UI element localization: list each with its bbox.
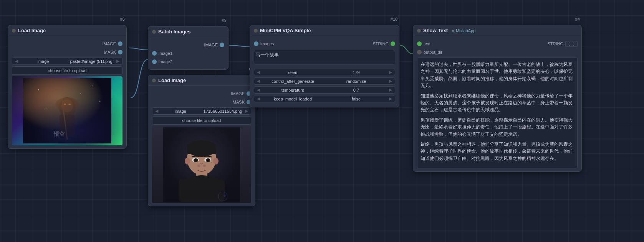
seed-value: 179 xyxy=(324,70,388,75)
port-image-label-2: IMAGE xyxy=(231,91,245,96)
svg-rect-19 xyxy=(179,179,225,202)
node-id-10: #10 xyxy=(391,17,397,21)
arrow-right-2[interactable]: ▶ xyxy=(244,109,249,114)
image-preview-1: 悟空 xyxy=(12,76,123,145)
temperature-row[interactable]: ◀ temperature 0.7 ▶ xyxy=(254,86,395,94)
port-image-output-2: IMAGE xyxy=(152,90,251,97)
port-mask-output: MASK xyxy=(12,48,123,56)
image-filename-input-2[interactable]: ◀ image 1715665011534.png ▶ xyxy=(152,107,251,115)
temp-arrow-left[interactable]: ◀ xyxy=(256,87,261,92)
port-images-label: images xyxy=(260,41,274,46)
mixlab-badge: ∞ MixlabApp xyxy=(452,28,475,33)
node-title-load-image-2: Load Image xyxy=(158,77,186,83)
svg-point-34 xyxy=(223,194,226,197)
cag-arrow-right[interactable]: ▶ xyxy=(388,79,393,84)
filename-text-1: pasted/image (51).png xyxy=(67,59,115,64)
port-images-minicpm: images STRING xyxy=(254,40,395,48)
minicpm-textarea[interactable]: 写一个故事 xyxy=(254,50,395,64)
node-id-4: #4 xyxy=(575,17,580,21)
port-image-output: IMAGE xyxy=(12,40,123,48)
port-image2-connector xyxy=(152,59,157,64)
control-after-generate-row[interactable]: ◀ control_after_generate randomize ▶ xyxy=(254,77,395,85)
node-dot-show-text xyxy=(417,29,421,33)
node-header-load-image-2: #8 Load Image xyxy=(148,75,255,86)
port-string-out-label: STRING xyxy=(547,41,563,46)
svg-rect-0 xyxy=(23,78,111,143)
seed-row[interactable]: ◀ seed 179 ▶ xyxy=(254,69,395,76)
svg-point-6 xyxy=(61,99,73,112)
node-minicpm: #10 MiniCPM VQA Simple images STRING 写一个… xyxy=(250,25,399,107)
cag-arrow-left[interactable]: ◀ xyxy=(256,79,261,84)
port-output-dir-label: output_dir xyxy=(424,50,442,54)
svg-point-13 xyxy=(99,101,101,102)
image-filename-input-1[interactable]: ◀ image pasted/image (51).png ▶ xyxy=(12,58,123,65)
filename-label-2: image xyxy=(159,109,202,114)
node-body-load-image-1: IMAGE MASK ◀ image pasted/image (51).png… xyxy=(8,36,126,148)
svg-point-14 xyxy=(80,93,81,94)
svg-point-2 xyxy=(59,97,76,117)
kml-arrow-left[interactable]: ◀ xyxy=(256,96,261,101)
arrow-left-2[interactable]: ◀ xyxy=(154,109,159,114)
node-body-load-image-2: IMAGE MASK ◀ image 1715665011534.png ▶ c… xyxy=(148,86,255,206)
port-text-show: text STRING ⋮⋮ xyxy=(417,40,578,48)
node-title-load-image-1: Load Image xyxy=(18,28,46,33)
svg-point-7 xyxy=(64,104,66,105)
port-image1-input: image1 xyxy=(152,49,224,57)
node-dot-batch xyxy=(152,30,156,34)
svg-point-32 xyxy=(203,165,206,167)
person-image xyxy=(152,126,251,203)
image-preview-2 xyxy=(152,126,251,203)
warrior-image: 悟空 xyxy=(12,76,123,145)
node-header-batch: #9 Batch Images xyxy=(148,26,228,37)
port-image-connector xyxy=(118,41,123,46)
node-load-image-1: #6 Load Image IMAGE MASK xyxy=(8,25,127,149)
text-para-2: 知道他必须找到继承者来继续他的使命，风泰之神将他的力量传给了一个年轻的、无名的男… xyxy=(421,92,574,114)
seed-arrow-right[interactable]: ▶ xyxy=(388,70,393,75)
node-body-minicpm: images STRING 写一个故事 ◀ seed 179 ▶ ◀ contr… xyxy=(250,36,399,107)
cag-value: randomize xyxy=(324,79,388,84)
node-header-show-text: #4 Show Text ∞ MixlabApp xyxy=(413,25,581,36)
filename-text-2: 1715665011534.png xyxy=(202,109,244,114)
filename-value-1: image xyxy=(19,59,67,64)
port-string-connector xyxy=(391,41,395,46)
cag-label: control_after_generate xyxy=(261,79,324,84)
port-output-dir-connector xyxy=(417,50,422,54)
seed-label: seed xyxy=(261,70,324,75)
string-badge: ⋮⋮ xyxy=(565,41,578,47)
temp-label: temperature xyxy=(261,88,324,92)
node-body-show-text: text STRING ⋮⋮ output_dir 在遥远的过去，世界被一股黑暗… xyxy=(413,36,581,171)
svg-rect-3 xyxy=(60,115,75,136)
port-mask-output-2: MASK xyxy=(152,98,251,106)
port-output-dir-show: output_dir xyxy=(417,48,578,56)
show-text-content: 在遥远的过去，世界被一股黑暗力量所支配。一位古老的战士，被称为风泰之神，因其无与… xyxy=(417,58,578,168)
node-dot-2 xyxy=(152,79,156,82)
kml-arrow-right[interactable]: ▶ xyxy=(388,96,393,101)
node-id-6: #6 xyxy=(120,17,125,21)
node-title-minicpm: MiniCPM VQA Simple xyxy=(260,28,311,33)
node-load-image-2: #8 Load Image IMAGE MASK xyxy=(148,75,255,206)
node-dot xyxy=(12,29,16,33)
node-body-batch: IMAGE image1 image2 xyxy=(148,37,228,69)
keep-model-loaded-row[interactable]: ◀ keep_model_loaded false ▶ xyxy=(254,95,395,102)
node-show-text: #4 Show Text ∞ MixlabApp text STRING ⋮⋮ xyxy=(413,25,582,172)
seed-arrow-left[interactable]: ◀ xyxy=(256,70,261,75)
port-mask-connector xyxy=(118,50,123,54)
port-image1-connector xyxy=(152,51,157,56)
choose-file-button-2[interactable]: choose file to upload xyxy=(152,116,251,125)
arrow-left-1[interactable]: ◀ xyxy=(14,59,19,64)
port-image2-label: image2 xyxy=(159,59,172,64)
port-image1-label: image1 xyxy=(159,51,172,56)
temp-arrow-right[interactable]: ▶ xyxy=(388,87,393,92)
svg-point-23 xyxy=(185,158,190,165)
node-title-batch: Batch Images xyxy=(158,29,191,35)
svg-line-4 xyxy=(61,94,67,140)
node-batch-images: #9 Batch Images IMAGE image1 xyxy=(148,26,228,70)
svg-text:悟空: 悟空 xyxy=(53,131,65,137)
arrow-right-1[interactable]: ▶ xyxy=(115,59,121,64)
svg-point-11 xyxy=(92,86,93,86)
port-image2-input: image2 xyxy=(152,58,224,66)
port-string-label: STRING xyxy=(372,41,389,46)
text-para-4: 最终，男孩与风泰之神相遇，他们分享了知识和力量。男孩成为新的风泰之神，继续着守护… xyxy=(421,141,574,162)
choose-file-button-1[interactable]: choose file to upload xyxy=(12,66,123,75)
svg-point-8 xyxy=(68,104,71,105)
